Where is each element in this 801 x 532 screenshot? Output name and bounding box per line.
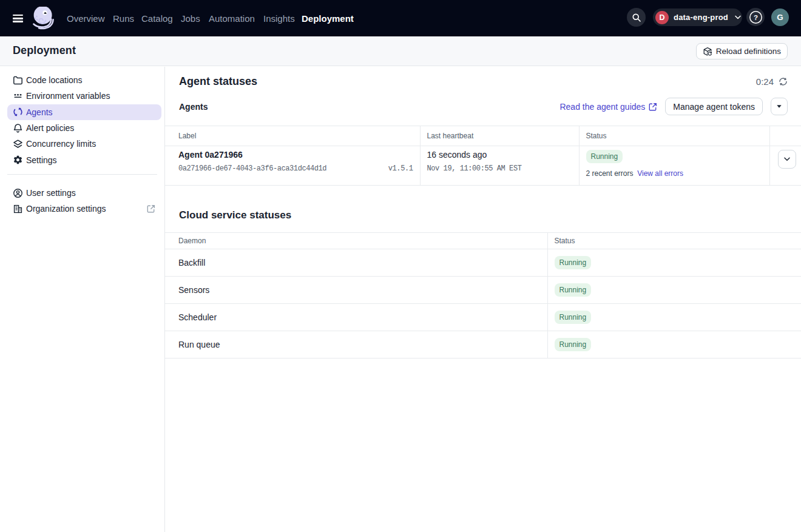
svg-text:?: ? [753, 13, 757, 21]
